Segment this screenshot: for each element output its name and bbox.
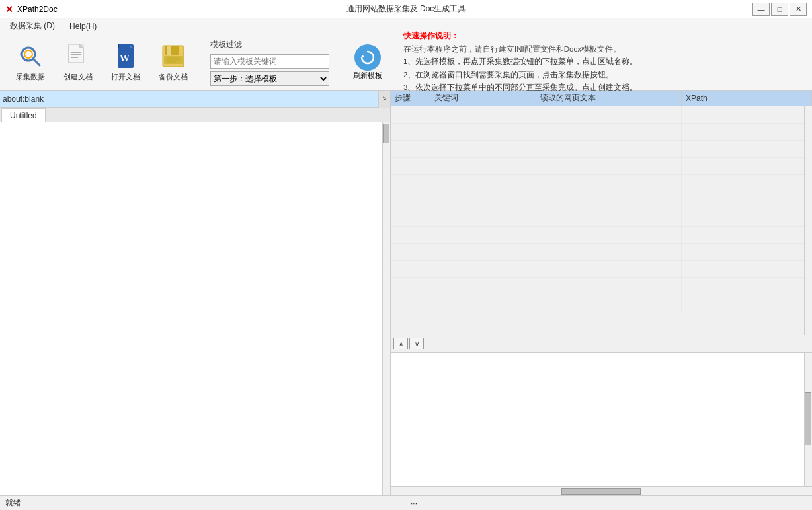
collect-icon [17,43,44,69]
table-row [391,106,812,124]
preview-scroll-thumb[interactable] [805,392,811,445]
table-cell-xpath [682,141,812,157]
table-cell-keyword [430,227,536,243]
status-text: 就绪 [5,497,21,509]
app-title: 通用网站数据采集及 Doc生成工具 [346,3,466,15]
table-row [391,141,812,158]
backup-doc-button[interactable]: 备份文档 [149,40,197,85]
svg-text:W: W [120,53,130,63]
close-button[interactable]: ✕ [790,3,807,16]
app-icon: ✕ [5,4,13,15]
table-cell-step [391,244,430,260]
table-cell-keyword [430,158,536,174]
template-select[interactable]: 第一步：选择模板 [210,71,329,86]
preview-area [391,353,812,486]
url-input[interactable]: about:blank [0,91,378,107]
col-header-xpath: XPath [682,91,812,106]
col-header-webtext: 读取的网页文本 [536,91,682,106]
backup-doc-icon [160,43,186,69]
table-cell-keyword [430,141,536,157]
table-cell-webtext [536,141,682,157]
table-cell-xpath [682,158,812,174]
minimize-button[interactable]: — [752,3,770,16]
browser-tab-untitled[interactable]: Untitled [1,108,46,122]
template-keyword-input[interactable] [210,54,329,69]
nav-down-button[interactable]: ∨ [409,338,424,349]
table-cell-webtext [536,227,682,243]
table-cell-xpath [682,175,812,192]
table-scrollbar-v[interactable] [804,106,812,335]
app-name: XPath2Doc [17,5,58,14]
collect-data-label: 采集数据 [16,72,45,82]
browser-tabs: Untitled [0,108,390,122]
table-row [391,261,812,278]
refresh-icon [354,44,381,71]
table-cell-step [391,158,430,174]
create-doc-label: 创建文档 [63,72,93,82]
scroll-thumb-h[interactable] [561,488,641,495]
table-cell-xpath [682,209,812,226]
bottom-scrollbar-h[interactable] [391,486,812,495]
statusbar: 就绪 ··· [0,495,812,510]
titlebar: ✕ XPath2Doc 通用网站数据采集及 Doc生成工具 — □ ✕ [0,0,812,18]
table-cell-webtext [536,175,682,192]
browser-scrollbar-v[interactable] [382,122,390,495]
table-cell-webtext [536,244,682,260]
table-cell-keyword [430,124,536,140]
col-header-step: 步骤 [391,91,430,106]
restore-button[interactable]: □ [771,3,788,16]
table-cell-webtext [536,192,682,209]
instructions-line2: 2、在浏览器窗口找到需要采集的页面，点击采集数据按钮。 [403,69,805,82]
data-table-container: 步骤 关键词 读取的网页文本 XPath [391,91,812,335]
statusbar-dots: ··· [411,499,417,508]
nav-buttons: ∧ ∨ [391,335,812,353]
table-cell-step [391,261,430,277]
toolbar: 采集数据 创建文档 W 打开文档 [0,34,812,91]
scroll-track-h [400,488,803,495]
svg-rect-16 [167,46,171,55]
menu-data-collect[interactable]: 数据采集 (D) [3,18,62,34]
table-cell-step [391,209,430,226]
svg-marker-21 [362,54,365,57]
table-cell-webtext [536,106,682,123]
table-cell-keyword [430,244,536,260]
data-table-header: 步骤 关键词 读取的网页文本 XPath [391,91,812,106]
table-cell-step [391,227,430,243]
statusbar-middle: ··· [411,499,417,508]
table-cell-webtext [536,295,682,312]
table-cell-keyword [430,175,536,192]
instructions-line1: 1、先选择模板，再点开采集数据按钮的下拉菜单，点击区域名称。 [403,55,805,69]
nav-up-button[interactable]: ∧ [393,338,408,349]
table-cell-keyword [430,192,536,209]
statusbar-left: 就绪 [5,497,21,509]
table-cell-webtext [536,261,682,277]
create-doc-button[interactable]: 创建文档 [54,40,102,85]
table-cell-keyword [430,278,536,295]
titlebar-controls: — □ ✕ [752,3,807,16]
table-cell-xpath [682,227,812,243]
table-row [391,158,812,175]
url-collapse-button[interactable]: > [378,91,390,108]
browser-scroll-thumb[interactable] [383,124,389,143]
table-cell-step [391,192,430,209]
svg-point-2 [24,50,32,58]
table-row [391,175,812,192]
table-cell-keyword [430,106,536,123]
col-header-keyword: 关键词 [430,91,536,106]
browser-tab-label: Untitled [10,111,37,120]
open-doc-button[interactable]: W 打开文档 [102,40,149,85]
template-filter-label: 模板过滤 [210,39,329,50]
table-cell-webtext [536,209,682,226]
table-row [391,244,812,261]
table-cell-step [391,278,430,295]
browser-content[interactable] [0,122,390,495]
table-cell-xpath [682,106,812,123]
preview-scrollbar-v[interactable] [804,353,812,486]
open-doc-label: 打开文档 [111,72,140,82]
collect-data-button[interactable]: 采集数据 [7,40,54,85]
menu-help[interactable]: Help(H) [62,20,104,33]
table-cell-webtext [536,278,682,295]
main-area: about:blank > Untitled 步骤 关键词 读取的网页文本 [0,91,812,495]
table-cell-step [391,295,430,312]
refresh-button[interactable]: 刷新模板 [345,40,390,85]
